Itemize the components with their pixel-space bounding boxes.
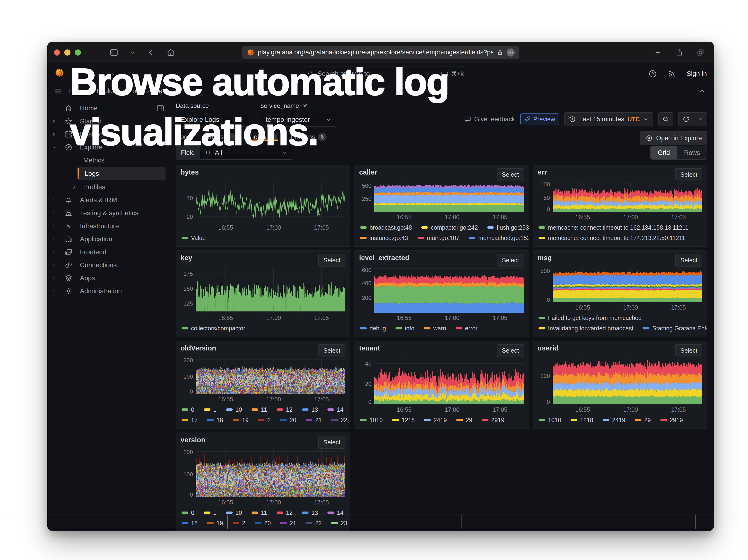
sidebar-item-metrics[interactable]: Metrics: [47, 154, 169, 167]
mega-menu-toggle[interactable]: [53, 86, 63, 96]
sidebar-item-alerts-irm[interactable]: Alerts & IRM: [47, 193, 169, 207]
zoom-window-button[interactable]: [75, 49, 81, 55]
chart-area[interactable]: [553, 267, 702, 302]
select-button[interactable]: Select: [319, 436, 345, 449]
legend-item[interactable]: Starting Grafana Enterpri: [643, 325, 707, 332]
legend-item[interactable]: 11: [252, 406, 267, 413]
chart-area[interactable]: [374, 357, 524, 404]
chevron-down-icon[interactable]: [130, 49, 136, 55]
breadcrumb-item-home[interactable]: Home: [69, 88, 86, 95]
legend-item[interactable]: memcache: connect timeout to 162.134.158…: [539, 224, 688, 231]
legend-item[interactable]: 1: [204, 406, 216, 413]
more-options-icon[interactable]: [507, 48, 515, 56]
open-in-explore-button[interactable]: Open in Explore: [640, 131, 707, 145]
legend-item[interactable]: 0: [182, 509, 194, 516]
legend-item[interactable]: 11: [252, 509, 267, 516]
chart-area[interactable]: [374, 182, 524, 212]
data-source-select[interactable]: Explore Logs: [176, 113, 249, 126]
legend-item[interactable]: 2: [233, 520, 246, 527]
legend-item[interactable]: 29: [635, 417, 651, 423]
select-button[interactable]: Select: [319, 254, 345, 266]
give-feedback-button[interactable]: Give feedback: [464, 115, 515, 123]
legend-item[interactable]: Invalidating forwarded broadcast: [539, 325, 633, 332]
tab-labels[interactable]: Labels: [203, 133, 236, 141]
sidebar-item-explore[interactable]: Explore: [47, 141, 169, 154]
legend-item[interactable]: 12: [277, 406, 293, 413]
time-range-picker[interactable]: Last 15 minutes UTC: [564, 112, 653, 126]
sidebar-item-starred[interactable]: Starred: [47, 115, 169, 128]
chart-area[interactable]: [196, 449, 345, 497]
traffic-lights[interactable]: [54, 49, 81, 55]
sign-in-link[interactable]: Sign in: [686, 70, 707, 77]
select-button[interactable]: Select: [675, 344, 702, 357]
select-button[interactable]: Select: [675, 254, 702, 266]
legend-item[interactable]: 20: [280, 417, 296, 423]
layout-option-grid[interactable]: Grid: [651, 146, 677, 159]
chart-area[interactable]: [196, 267, 345, 313]
refresh-icon[interactable]: [678, 113, 694, 126]
legend-item[interactable]: main.go:107: [418, 235, 460, 241]
dock-menu-icon[interactable]: [156, 104, 165, 113]
sidebar-item-connections[interactable]: Connections: [47, 258, 169, 272]
legend-item[interactable]: 22: [306, 520, 322, 527]
legend-item[interactable]: info: [396, 325, 415, 332]
chevron-right-icon[interactable]: [51, 223, 57, 229]
legend-item[interactable]: 18: [182, 520, 197, 527]
layout-option-rows[interactable]: Rows: [677, 146, 707, 159]
chart-area[interactable]: [553, 357, 702, 404]
legend-item[interactable]: warn: [424, 325, 446, 332]
chart-area[interactable]: [196, 182, 345, 222]
legend-item[interactable]: 19: [233, 417, 249, 423]
field-filter-select[interactable]: All: [200, 146, 292, 160]
legend-item[interactable]: memcache: connect timeout to 174.213.22.…: [539, 235, 685, 241]
breadcrumb[interactable]: Home›Explore›Logs›Fields: [69, 88, 170, 95]
legend-item[interactable]: 0: [182, 406, 194, 413]
legend-item[interactable]: memcached.go:153: [469, 235, 529, 241]
legend-item[interactable]: 17: [182, 417, 197, 423]
legend-item[interactable]: 2919: [660, 417, 683, 423]
legend-item[interactable]: compactor.go:242: [421, 224, 478, 231]
sidebar-item-logs[interactable]: Logs: [77, 167, 165, 181]
browser-sidebar-icon[interactable]: [109, 48, 119, 57]
chevron-right-icon[interactable]: [51, 197, 57, 203]
close-window-button[interactable]: [54, 49, 60, 55]
sidebar-item-home[interactable]: Home: [47, 102, 169, 115]
legend-item[interactable]: 10: [226, 406, 242, 413]
share-icon[interactable]: [675, 48, 683, 56]
sidebar-item-application[interactable]: Application: [47, 232, 169, 246]
chevron-right-icon[interactable]: [51, 288, 57, 294]
select-button[interactable]: Select: [497, 168, 524, 181]
legend-item[interactable]: 10: [226, 509, 242, 516]
sidebar-item-infrastructure[interactable]: Infrastructure: [47, 219, 169, 232]
legend-item[interactable]: 2919: [482, 417, 505, 423]
legend-item[interactable]: 2419: [424, 417, 447, 423]
home-browser-icon[interactable]: [166, 48, 176, 57]
legend-item[interactable]: 19: [207, 520, 223, 527]
service-name-select[interactable]: tempo-ingester: [261, 113, 336, 126]
breadcrumb-item-fields[interactable]: Fields: [154, 88, 170, 95]
refresh-button-group[interactable]: [678, 112, 707, 126]
legend-item[interactable]: 14: [327, 509, 344, 516]
chart-area[interactable]: [196, 357, 345, 394]
search-input[interactable]: Search or jump to... ⌘+k: [303, 66, 468, 81]
legend-item[interactable]: 12: [277, 509, 293, 516]
legend-item[interactable]: 18: [207, 417, 223, 423]
chevron-right-icon[interactable]: [51, 131, 57, 137]
legend-item[interactable]: debug: [360, 325, 386, 332]
legend-item[interactable]: 21: [280, 520, 296, 527]
chevron-right-icon[interactable]: [51, 236, 57, 242]
chevron-right-icon[interactable]: [51, 262, 57, 268]
select-button[interactable]: Select: [319, 344, 345, 357]
zoom-out-time-button[interactable]: [658, 112, 673, 126]
legend-item[interactable]: 13: [302, 406, 318, 413]
legend-item[interactable]: flush.go:253: [487, 224, 529, 231]
sidebar-item-apps[interactable]: Apps: [47, 272, 169, 284]
tab-fields[interactable]: Fields: [247, 133, 278, 141]
legend-item[interactable]: Value: [182, 235, 206, 241]
tab-logs[interactable]: Logs: [176, 133, 192, 141]
legend-item[interactable]: 1218: [392, 417, 415, 423]
help-icon[interactable]: ?: [648, 69, 657, 78]
legend-item[interactable]: error: [455, 325, 477, 332]
sidebar-item-dashboards[interactable]: Dashboards: [47, 128, 169, 141]
legend-item[interactable]: 2419: [603, 417, 625, 423]
